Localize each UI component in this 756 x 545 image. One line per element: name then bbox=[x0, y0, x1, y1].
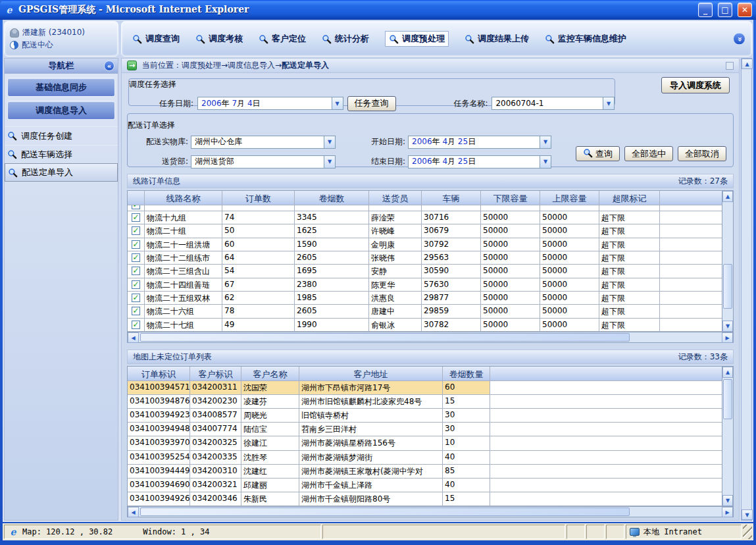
scroll-thumb[interactable] bbox=[140, 507, 630, 516]
deselect-all-button[interactable]: 全部取消 bbox=[678, 146, 726, 161]
table-row[interactable]: ✓物流二十五组双林621985洪惠良298775000050000超下限 bbox=[128, 292, 722, 305]
task-name-select[interactable]: 20060704-1 ▼ bbox=[491, 97, 615, 110]
table-row[interactable]: 034100393970034200325徐建江湖州市菱湖镇星桥路156号10 bbox=[128, 436, 722, 450]
sidebar-button-调度信息导入[interactable]: 调度信息导入 bbox=[7, 101, 115, 120]
table-row[interactable]: 034100394449034200310沈建红湖州市菱湖镇王家墩村(菱湖中学对… bbox=[128, 465, 722, 479]
filler-cell bbox=[660, 251, 722, 265]
task-select-legend: 调度任务选择 bbox=[129, 80, 176, 89]
table-row[interactable]: ✓物流二十二组练市642605张晓伟295635000050000超下限 bbox=[128, 251, 722, 265]
unlocated-orders-vscrollbar[interactable]: ▲ ▼ bbox=[722, 367, 733, 506]
org-icon bbox=[10, 41, 18, 49]
scroll-up-icon[interactable]: ▲ bbox=[722, 191, 733, 202]
menu-bar: 调度查询调度考核客户定位统计分析调度预处理调度结果上传监控车辆信息维护 « bbox=[121, 21, 752, 57]
cell bbox=[540, 205, 599, 211]
end-date-select[interactable]: 2006年 4月 25日 ▼ bbox=[408, 155, 551, 169]
menu-item-监控车辆信息维护[interactable]: 监控车辆信息维护 bbox=[545, 33, 626, 45]
scroll-down-icon[interactable]: ▼ bbox=[742, 509, 753, 520]
table-row[interactable]: 034100394923034008577周晓光旧馆镇寺桥村30 bbox=[128, 409, 722, 423]
query-button[interactable]: 查询 bbox=[576, 146, 620, 161]
chevron-double-down-icon[interactable]: « bbox=[733, 33, 745, 45]
cell: 苕南乡三田洋村 bbox=[299, 423, 443, 436]
menu-item-调度考核[interactable]: 调度考核 bbox=[195, 33, 243, 45]
cell: 30782 bbox=[422, 319, 481, 332]
menu-item-调度预处理[interactable]: 调度预处理 bbox=[385, 31, 449, 47]
table-row[interactable]: ✓物流二十组501625许晓峰306795000050000超下限 bbox=[128, 224, 722, 238]
import-dispatch-button[interactable]: 导入调度系统 bbox=[661, 77, 730, 93]
start-date-select[interactable]: 2006年 4月 25日 ▼ bbox=[408, 136, 551, 149]
route-orders-hscrollbar[interactable]: ◀ ▶ bbox=[128, 332, 733, 342]
sidebar-button-基础信息同步[interactable]: 基础信息同步 bbox=[7, 78, 115, 97]
resize-grip[interactable] bbox=[743, 525, 752, 539]
cell: 物流二十三组含山 bbox=[145, 265, 222, 278]
delivery-dept-select[interactable]: 湖州送货部 ▼ bbox=[191, 155, 336, 169]
menu-item-客户定位[interactable]: 客户定位 bbox=[259, 33, 306, 45]
row-checkbox[interactable]: ✓ bbox=[132, 280, 140, 289]
scroll-down-icon[interactable]: ▼ bbox=[722, 495, 733, 506]
scroll-right-icon[interactable]: ▶ bbox=[722, 332, 733, 343]
row-checkbox[interactable]: ✓ bbox=[132, 226, 140, 235]
table-row[interactable]: 034100394926034200346朱新民湖州市千金镇朝阳路80号15 bbox=[128, 492, 722, 506]
header-cell: 订单标识 bbox=[128, 367, 190, 381]
row-checkbox[interactable]: ✓ bbox=[132, 240, 140, 249]
scroll-thumb[interactable] bbox=[723, 264, 732, 309]
scroll-right-icon[interactable]: ▶ bbox=[722, 507, 733, 517]
unlocated-orders-hscrollbar[interactable]: ◀ ▶ bbox=[128, 506, 733, 517]
cell bbox=[422, 205, 481, 211]
row-checkbox[interactable]: ✓ bbox=[132, 267, 140, 275]
chevron-double-left-icon[interactable]: « bbox=[104, 61, 114, 71]
scroll-left-icon[interactable]: ◀ bbox=[128, 332, 139, 343]
table-row[interactable]: ✓物流二十一组洪塘601590金明康307925000050000超下限 bbox=[128, 238, 722, 251]
table-row[interactable]: ✓物流二十四组善琏672380陈更华576305000050000超下限 bbox=[128, 278, 722, 292]
row-checkbox[interactable]: ✓ bbox=[132, 253, 140, 262]
scroll-up-icon[interactable]: ▲ bbox=[722, 367, 733, 378]
minimize-button[interactable]: _ bbox=[698, 3, 713, 17]
cell: 10 bbox=[443, 436, 490, 450]
row-select-cell: ✓ bbox=[128, 292, 145, 305]
menu-item-统计分析[interactable]: 统计分析 bbox=[322, 33, 369, 45]
table-row[interactable]: 034100394876034200230凌建芬湖州市旧馆镇麒麟村北凌家兜48号… bbox=[128, 395, 722, 409]
scroll-left-icon[interactable]: ◀ bbox=[128, 507, 139, 517]
sidebar-item-调度任务创建[interactable]: 调度任务创建 bbox=[5, 126, 118, 145]
table-row[interactable]: 034100394948034007774陆信宝苕南乡三田洋村30 bbox=[128, 423, 722, 436]
row-checkbox[interactable]: ✓ bbox=[132, 294, 140, 302]
table-row[interactable]: 034100394690034200321邱建丽湖州市千金镇上泽路40 bbox=[128, 479, 722, 492]
table-row[interactable]: ✓物流二十三组含山541695安静305905000050000超下限 bbox=[128, 265, 722, 278]
main-vscrollbar[interactable]: ▲ ▼ bbox=[741, 58, 752, 521]
main-content: 调度任务选择 任务日期: 2006年 7月 4日 ▼ bbox=[121, 73, 740, 521]
row-checkbox[interactable]: ✓ bbox=[132, 307, 140, 315]
select-all-button[interactable]: 全部选中 bbox=[624, 146, 673, 161]
task-date-select[interactable]: 2006年 7月 4日 ▼ bbox=[197, 97, 343, 110]
scroll-thumb[interactable] bbox=[723, 379, 732, 419]
warehouse-select[interactable]: 湖州中心仓库 ▼ bbox=[191, 136, 336, 149]
row-checkbox[interactable]: ✓ bbox=[132, 321, 140, 329]
scroll-thumb[interactable] bbox=[140, 333, 630, 342]
sidebar-item-配送车辆选择[interactable]: 配送车辆选择 bbox=[5, 145, 118, 163]
menu-item-调度查询[interactable]: 调度查询 bbox=[132, 33, 180, 45]
menu-item-调度结果上传[interactable]: 调度结果上传 bbox=[465, 33, 529, 45]
route-orders-vscrollbar[interactable]: ▲ ▼ bbox=[722, 191, 733, 332]
header-cell: 客户标识 bbox=[190, 367, 241, 381]
scroll-up-icon[interactable]: ▲ bbox=[742, 59, 753, 69]
task-query-button[interactable]: 任务查询 bbox=[347, 96, 396, 111]
row-checkbox[interactable]: ✓ bbox=[132, 213, 140, 222]
maximize-button[interactable]: □ bbox=[718, 3, 732, 17]
cell: 超下限 bbox=[599, 251, 660, 265]
cell: 50000 bbox=[481, 292, 540, 305]
cell: 034100395254 bbox=[128, 451, 190, 465]
table-row[interactable]: 034100395254034200335沈胜琴湖州市菱湖镇梦湖街40 bbox=[128, 451, 722, 465]
cell: 034007774 bbox=[190, 423, 241, 436]
row-checkbox[interactable]: ✓ bbox=[132, 205, 140, 209]
route-orders-count: 记录数：27条 bbox=[678, 176, 728, 187]
close-button[interactable]: ✕ bbox=[738, 3, 752, 17]
table-row[interactable]: ✓物流十九组743345薛淦荣307165000050000超下限 bbox=[128, 211, 722, 224]
sidebar-item-配送定单导入[interactable]: 配送定单导入 bbox=[5, 163, 118, 182]
panel-collapse-button[interactable] bbox=[726, 62, 734, 70]
cell: 50000 bbox=[481, 211, 540, 224]
ie-icon: e bbox=[4, 5, 14, 15]
table-row[interactable]: ✓物流二十六组782605唐建中298595000050000超下限 bbox=[128, 305, 722, 318]
ie-icon: e bbox=[8, 527, 18, 537]
table-row[interactable]: 034100394571034200311沈国荣湖州市下昂镇市河路17号60 bbox=[128, 381, 722, 395]
table-row[interactable]: ✓物流二十七组491990俞银冰307825000050000超下限 bbox=[128, 319, 722, 332]
scroll-down-icon[interactable]: ▼ bbox=[722, 321, 733, 332]
cell: 30590 bbox=[422, 265, 481, 278]
